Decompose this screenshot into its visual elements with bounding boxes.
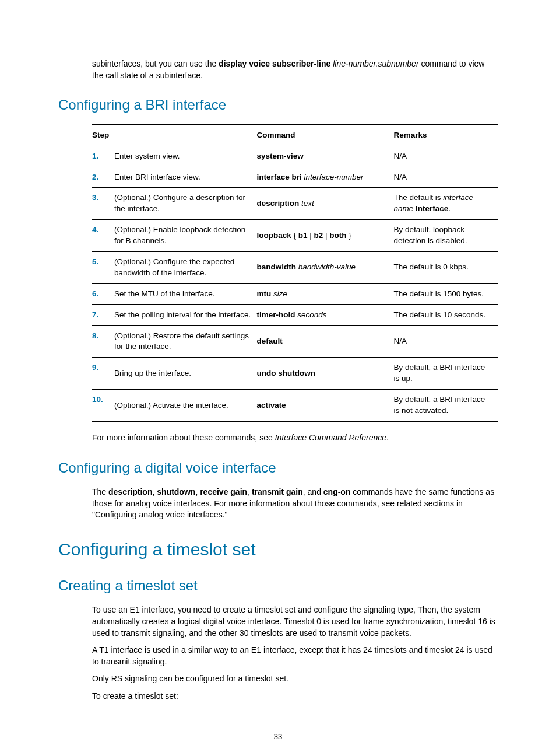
step-number: 6. [92,284,114,304]
after-table-note: For more information about these command… [92,432,498,444]
table-row: 6.Set the MTU of the interface.mtu sizeT… [92,284,498,304]
command-cell: system-view [256,146,393,167]
step-number: 2. [92,167,114,188]
heading-bri: Configuring a BRI interface [58,95,498,115]
step-number: 3. [92,188,114,220]
step-number: 7. [92,304,114,326]
step-text: (Optional.) Enable loopback detection fo… [114,220,256,252]
heading-digital-voice: Configuring a digital voice interface [58,458,498,478]
table-row: 5.(Optional.) Configure the expected ban… [92,252,498,284]
aft-post: . [386,433,389,442]
step-text: (Optional.) Activate the interface. [114,390,256,422]
table-row: 2.Enter BRI interface view.interface bri… [92,167,498,188]
step-text: Set the MTU of the interface. [114,284,256,304]
remarks-cell: N/A [393,167,498,188]
command-cell: activate [256,390,393,422]
command-cell: timer-hold seconds [256,304,393,326]
command-cell: mtu size [256,284,393,304]
step-text: Enter BRI interface view. [114,167,256,188]
table-row: 3.(Optional.) Configure a description fo… [92,188,498,220]
dvi-c4: , and [303,487,323,496]
heading-creating-timeslot: Creating a timeslot set [58,576,498,596]
dvi-b1: description [108,487,152,496]
remarks-cell: The default is 10 seconds. [393,304,498,326]
th-command: Command [256,125,393,146]
remarks-cell: By default, a BRI interface is up. [393,358,498,390]
step-text: Enter system view. [114,146,256,167]
command-cell: description text [256,188,393,220]
table-row: 9.Bring up the interface.undo shutdownBy… [92,358,498,390]
table-row: 10.(Optional.) Activate the interface.ac… [92,390,498,422]
step-text: Bring up the interface. [114,358,256,390]
cts-p1: To use an E1 interface, you need to crea… [92,604,498,639]
aft-ital: Interface Command Reference [275,433,386,442]
remarks-cell: The default is 0 kbps. [393,252,498,284]
step-number: 5. [92,252,114,284]
remarks-cell: The default is 1500 bytes. [393,284,498,304]
remarks-cell: N/A [393,326,498,358]
page-number: 33 [58,732,498,742]
aft-pre: For more information about these command… [92,433,275,442]
table-row: 7.Set the polling interval for the inter… [92,304,498,326]
step-text: Set the polling interval for the interfa… [114,304,256,326]
remarks-cell: By default, a BRI interface is not activ… [393,390,498,422]
step-number: 10. [92,390,114,422]
step-text: (Optional.) Restore the default settings… [114,326,256,358]
step-text: (Optional.) Configure the expected bandw… [114,252,256,284]
cts-p3: Only RS signaling can be configured for … [92,673,498,685]
dvi-b2: shutdown [157,487,195,496]
dvi-c3: , [247,487,252,496]
dvi-b4: transmit gain [252,487,303,496]
remarks-cell: By default, loopback detection is disabl… [393,220,498,252]
step-number: 1. [92,146,114,167]
table-row: 4.(Optional.) Enable loopback detection … [92,220,498,252]
intro-bold: display voice subscriber-line [219,59,333,68]
step-text: (Optional.) Configure a description for … [114,188,256,220]
command-cell: undo shutdown [256,358,393,390]
dvi-c2: , [195,487,200,496]
command-cell: bandwidth bandwidth-value [256,252,393,284]
command-cell: interface bri interface-number [256,167,393,188]
bri-table: Step Command Remarks 1.Enter system view… [92,124,498,422]
cts-p4: To create a timeslot set: [92,691,498,702]
th-remarks: Remarks [393,125,498,146]
command-cell: loopback { b1 | b2 | both } [256,220,393,252]
remarks-cell: The default is interface name Interface. [393,188,498,220]
remarks-cell: N/A [393,146,498,167]
dvi-paragraph: The description, shutdown, receive gain,… [92,487,498,521]
dvi-b3: receive gain [200,487,247,496]
dvi-b5: cng-on [323,487,351,496]
heading-timeslot-set: Configuring a timeslot set [58,537,498,562]
dvi-p0: The [92,487,108,496]
step-number: 8. [92,326,114,358]
table-row: 1.Enter system view.system-viewN/A [92,146,498,167]
step-number: 9. [92,358,114,390]
intro-paragraph: subinterfaces, but you can use the displ… [92,58,498,81]
table-row: 8.(Optional.) Restore the default settin… [92,326,498,358]
cts-p2: A T1 interface is used in a similar way … [92,645,498,667]
step-number: 4. [92,220,114,252]
intro-ital: line-number.subnumber [333,59,418,68]
intro-pre: subinterfaces, but you can use the [92,59,219,68]
th-step: Step [92,125,256,146]
command-cell: default [256,326,393,358]
